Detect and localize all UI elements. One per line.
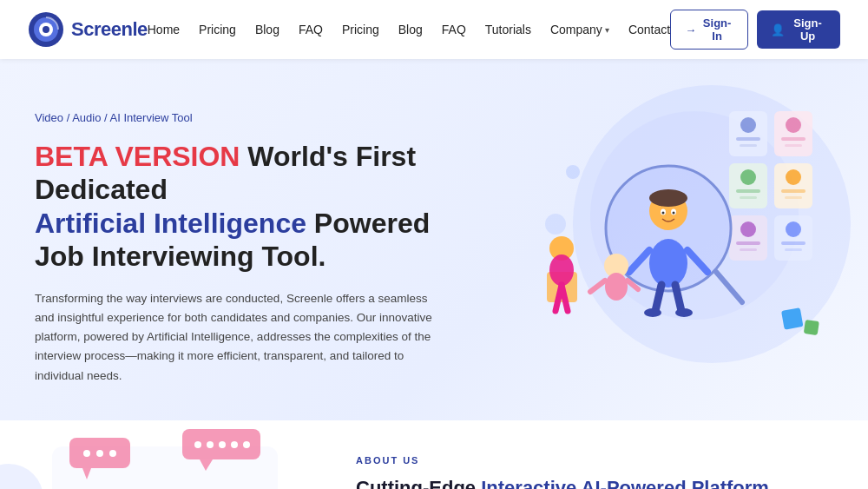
- about-section: ❤ ❤ 1: [0, 420, 868, 489]
- about-title: Cutting-Edge Interactive AI-Powered Plat…: [356, 476, 833, 489]
- nav-company[interactable]: Company ▾: [550, 23, 609, 36]
- hero-content: Video / Audio / AI Interview Tool BETA V…: [35, 102, 469, 386]
- beta-label: BETA VERSION: [35, 141, 240, 172]
- about-title-part1: Cutting-Edge: [356, 477, 481, 489]
- svg-point-51: [605, 273, 628, 301]
- svg-point-67: [207, 441, 214, 448]
- svg-point-18: [786, 169, 801, 185]
- nav-blog-1[interactable]: Blog: [255, 23, 279, 36]
- chevron-down-icon: ▾: [605, 25, 609, 35]
- signin-button[interactable]: → Sign-In: [670, 10, 748, 50]
- nav-company-label: Company: [550, 23, 602, 36]
- logo-text: Screenle: [71, 18, 148, 41]
- nav-actions: → Sign-In 👤 Sign-Up: [670, 10, 840, 50]
- svg-point-22: [740, 221, 756, 237]
- nav-blog-2[interactable]: Blog: [398, 23, 423, 36]
- svg-point-56: [566, 165, 580, 179]
- svg-point-65: [109, 450, 116, 457]
- signup-button[interactable]: 👤 Sign-Up: [757, 10, 840, 49]
- nav-faq-2[interactable]: FAQ: [442, 23, 466, 36]
- svg-rect-8: [740, 144, 757, 147]
- svg-rect-28: [785, 248, 802, 251]
- hero-description: Transforming the way interviews are cond…: [35, 289, 434, 386]
- svg-point-66: [194, 441, 201, 448]
- breadcrumb: Video / Audio / AI Interview Tool: [35, 111, 469, 124]
- svg-point-14: [740, 169, 756, 185]
- svg-point-64: [96, 450, 103, 457]
- svg-point-69: [231, 441, 238, 448]
- svg-point-37: [673, 212, 675, 215]
- nav-home[interactable]: Home: [148, 23, 180, 36]
- svg-point-43: [675, 308, 693, 317]
- nav-pricing-1[interactable]: Pricing: [199, 23, 236, 36]
- hero-title-ai: Artificial Intelligence: [35, 208, 306, 239]
- nav-contact[interactable]: Contact: [628, 23, 670, 36]
- svg-point-10: [786, 117, 801, 133]
- nav-pricing-2[interactable]: Pricing: [342, 23, 379, 36]
- svg-point-70: [243, 441, 250, 448]
- hero-title: BETA VERSION World's First Dedicated Art…: [35, 140, 469, 274]
- svg-point-3: [43, 26, 49, 33]
- svg-rect-27: [781, 241, 806, 245]
- about-title-highlight: Interactive AI-Powered Platform: [481, 477, 769, 489]
- signup-label: Sign-Up: [789, 17, 826, 43]
- svg-point-6: [740, 117, 756, 133]
- svg-point-47: [549, 254, 574, 286]
- navbar: Screenle Home Pricing Blog FAQ Pricing B…: [0, 0, 868, 59]
- svg-point-36: [662, 212, 665, 215]
- svg-point-31: [649, 239, 687, 287]
- svg-rect-7: [736, 137, 760, 141]
- signin-label: Sign-In: [700, 17, 733, 43]
- hero-svg: [503, 102, 833, 346]
- logo-icon: [28, 11, 64, 48]
- svg-point-33: [649, 189, 687, 207]
- svg-point-57: [545, 214, 566, 235]
- hero-illustration: [503, 102, 833, 346]
- logo[interactable]: Screenle: [28, 11, 148, 48]
- nav-links-left: Home Pricing Blog FAQ Pricing Blog FAQ T…: [148, 23, 670, 36]
- nav-faq-1[interactable]: FAQ: [299, 23, 323, 36]
- svg-rect-12: [785, 144, 802, 147]
- svg-point-26: [786, 221, 801, 237]
- svg-point-68: [219, 441, 226, 448]
- about-label: ABOUT US: [356, 455, 833, 466]
- svg-line-52: [590, 281, 605, 292]
- svg-rect-24: [740, 248, 757, 251]
- svg-rect-54: [781, 307, 803, 329]
- signin-arrow-icon: →: [685, 23, 696, 36]
- about-content: ABOUT US Cutting-Edge Interactive AI-Pow…: [330, 420, 868, 489]
- about-illustration: ❤ ❤ 1: [0, 420, 330, 489]
- svg-rect-20: [785, 196, 802, 199]
- svg-rect-19: [781, 189, 806, 193]
- svg-rect-23: [736, 241, 760, 245]
- signup-person-icon: 👤: [771, 23, 785, 36]
- svg-rect-15: [736, 189, 760, 193]
- svg-point-63: [83, 450, 90, 457]
- svg-rect-16: [740, 196, 757, 199]
- svg-rect-11: [781, 137, 806, 141]
- svg-point-42: [644, 308, 661, 317]
- hero-section: Video / Audio / AI Interview Tool BETA V…: [0, 59, 868, 420]
- nav-tutorials[interactable]: Tutorials: [485, 23, 531, 36]
- svg-rect-55: [804, 320, 819, 335]
